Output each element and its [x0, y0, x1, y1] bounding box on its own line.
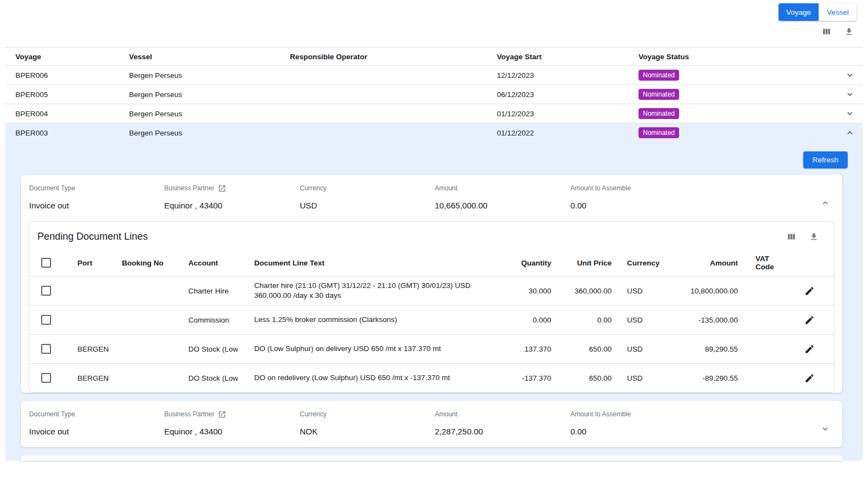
edit-icon[interactable] — [804, 344, 815, 354]
open-in-new-icon[interactable] — [218, 410, 226, 419]
currency-label: Currency — [300, 184, 435, 193]
edit-icon[interactable] — [804, 315, 815, 325]
column-header-booking-no: Booking No — [106, 259, 172, 267]
document-summary: Document Type Invoice out Business Partn… — [21, 401, 842, 447]
row-checkbox[interactable] — [41, 344, 51, 354]
voyage-cell: BPER004 — [15, 110, 129, 118]
row-checkbox[interactable] — [41, 315, 51, 325]
refresh-button[interactable]: Refresh — [803, 151, 848, 168]
business-partner-label: Business Partner — [164, 410, 214, 418]
edit-icon[interactable] — [804, 286, 815, 296]
voyage-row[interactable]: BPER006 Bergen Perseus 12/12/2023 Nomina… — [5, 65, 863, 84]
voyage-start-cell: 06/12/2023 — [497, 91, 639, 99]
columns-icon[interactable] — [787, 232, 796, 241]
account-cell: DO Stock (Low… — [172, 374, 238, 382]
chevron-up-icon[interactable] — [845, 128, 855, 138]
port-cell: BERGEN — [62, 374, 106, 382]
document-summary: Document Type Invoice out Business Partn… — [21, 175, 842, 221]
voyage-row[interactable]: BPER004 Bergen Perseus 01/12/2023 Nomina… — [5, 104, 863, 123]
status-badge: Nominated — [639, 108, 679, 119]
line-text-cell: DO (Low Sulphur) on delivery USD 650 /mt… — [254, 344, 441, 354]
row-checkbox[interactable] — [41, 286, 51, 296]
column-header-voyage-start: Voyage Start — [497, 53, 639, 61]
currency-field: Currency NOK — [300, 410, 435, 436]
currency-cell: USD — [612, 345, 661, 353]
amount-cell: -89,290.55 — [661, 374, 738, 382]
unit-price-cell: 650.00 — [551, 374, 612, 382]
column-header-amount: Amount — [661, 259, 738, 267]
voyage-table: Voyage Vessel Responsible Operator Voyag… — [5, 47, 863, 461]
line-text-cell: DO on redelivery (Low Sulphur) USD 650 /… — [254, 373, 450, 383]
document-type-value: Invoice out — [29, 427, 164, 436]
voyage-table-header: Voyage Vessel Responsible Operator Voyag… — [5, 47, 863, 65]
pending-table-header: Port Booking No Account Document Line Te… — [29, 250, 834, 276]
pending-title: Pending Document Lines — [37, 231, 787, 242]
column-header-unit-price: Unit Price — [551, 258, 612, 268]
column-header-responsible-operator: Responsible Operator — [290, 53, 497, 61]
line-text-cell: Charter hire (21:10 (GMT) 31/12/22 - 21:… — [254, 281, 491, 301]
line-text-cell: Less 1.25% broker commission (Clarksons) — [254, 315, 397, 325]
pending-line-row: BERGEN DO Stock (Low… DO on redelivery (… — [29, 363, 834, 392]
business-partner-label: Business Partner — [164, 184, 214, 192]
voyage-start-cell: 01/12/2022 — [497, 129, 639, 137]
business-partner-value: Equinor , 43400 — [164, 201, 300, 210]
status-badge: Nominated — [639, 70, 679, 81]
currency-label: Currency — [300, 410, 435, 419]
download-icon[interactable] — [844, 27, 854, 36]
edit-icon[interactable] — [804, 373, 815, 383]
voyage-cell: BPER005 — [15, 91, 129, 99]
voyage-documents-page: Voyage Vessel Voyage Vessel Responsible … — [0, 0, 868, 486]
amount-field: Amount 2,287,250.00 — [435, 410, 570, 436]
vessel-cell: Bergen Perseus — [129, 91, 290, 99]
document-card-partial[interactable] — [21, 455, 842, 461]
chevron-down-icon[interactable] — [845, 109, 855, 118]
voyage-start-cell: 12/12/2023 — [497, 71, 639, 80]
pending-line-row: Charter Hire Charter hire (21:10 (GMT) 3… — [29, 276, 834, 305]
amount-cell: -135,000.00 — [661, 316, 738, 324]
chevron-down-icon[interactable] — [845, 89, 855, 99]
download-icon[interactable] — [809, 232, 819, 241]
vessel-cell: Bergen Perseus — [129, 110, 290, 118]
open-in-new-icon[interactable] — [218, 184, 226, 193]
voyage-cell: BPER006 — [15, 71, 129, 80]
chevron-up-icon[interactable] — [820, 198, 830, 210]
voyage-row[interactable]: BPER005 Bergen Perseus 06/12/2023 Nomina… — [5, 84, 863, 104]
document-type-label: Document Type — [29, 184, 164, 193]
amount-label: Amount — [435, 410, 570, 419]
quantity-cell: 0.000 — [502, 316, 551, 324]
chevron-down-icon[interactable] — [845, 70, 855, 80]
quantity-cell: 137.370 — [502, 345, 551, 353]
amount-to-assemble-value: 0.00 — [570, 201, 820, 210]
voyage-row-expanded[interactable]: BPER003 Bergen Perseus 01/12/2022 Nomina… — [5, 123, 863, 142]
pending-document-lines-card: Pending Document Lines — [29, 221, 835, 393]
amount-to-assemble-field: Amount to Assemble 0.00 — [570, 184, 820, 210]
pending-line-row: BERGEN DO Stock (Low… DO (Low Sulphur) o… — [29, 334, 834, 363]
amount-value: 10,665,000.00 — [435, 201, 570, 210]
currency-cell: USD — [612, 287, 661, 295]
amount-cell: 89,290.55 — [661, 345, 738, 353]
business-partner-field: Business Partner Equinor , 43400 — [164, 410, 300, 436]
chevron-down-icon[interactable] — [820, 424, 830, 436]
currency-cell: USD — [612, 374, 661, 382]
document-type-label: Document Type — [29, 410, 164, 419]
column-header-vat-code: VAT Code — [738, 255, 785, 271]
unit-price-cell: 0.00 — [551, 316, 612, 324]
currency-field: Currency USD — [300, 184, 435, 210]
row-checkbox[interactable] — [41, 373, 51, 383]
refresh-row: Refresh — [5, 142, 863, 175]
column-header-port: Port — [62, 259, 106, 267]
voyage-toggle-button[interactable]: Voyage — [779, 3, 819, 21]
vessel-toggle-button[interactable]: Vessel — [819, 3, 856, 21]
unit-price-cell: 360,000.00 — [551, 287, 612, 295]
amount-field: Amount 10,665,000.00 — [435, 184, 570, 210]
port-cell: BERGEN — [62, 345, 106, 353]
column-header-account: Account — [172, 259, 238, 267]
columns-icon[interactable] — [822, 27, 831, 36]
amount-cell: 10,800,000.00 — [661, 287, 738, 295]
pending-header: Pending Document Lines — [29, 222, 834, 250]
business-partner-value: Equinor , 43400 — [164, 427, 300, 436]
table-actions — [822, 27, 854, 36]
select-all-checkbox[interactable] — [41, 258, 51, 268]
currency-value: USD — [300, 201, 435, 210]
amount-to-assemble-field: Amount to Assemble 0.00 — [570, 410, 820, 436]
